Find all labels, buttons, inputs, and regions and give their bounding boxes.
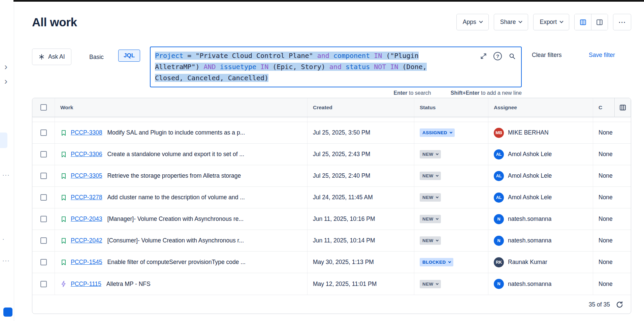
- status-badge[interactable]: NEW: [420, 280, 441, 288]
- created-date: May 12, 2025, 11:01 PM: [313, 281, 377, 288]
- column-header-assignee[interactable]: Assignee: [494, 105, 517, 111]
- status-badge[interactable]: NEW: [420, 215, 441, 223]
- status-badge[interactable]: NEW: [420, 236, 441, 245]
- status-badge[interactable]: NEW: [420, 172, 441, 180]
- assignee-name: natesh.somanna: [508, 281, 551, 288]
- issue-summary[interactable]: [Manager]- Volume Creation with Asynchro…: [107, 215, 244, 223]
- sparkle-icon: [38, 54, 45, 60]
- clear-filters-button[interactable]: Clear filters: [532, 52, 562, 59]
- status-label: NEW: [422, 173, 433, 178]
- chevron-down-icon: [436, 217, 438, 220]
- issue-key-link[interactable]: PCCP-2043: [71, 215, 102, 223]
- apps-button[interactable]: Apps: [456, 14, 489, 30]
- issue-key-link[interactable]: PCCP-1545: [71, 259, 102, 266]
- ask-ai-button[interactable]: Ask AI: [32, 49, 71, 65]
- expand-icon[interactable]: [480, 53, 487, 60]
- chevron-down-icon: [436, 174, 438, 177]
- refresh-icon[interactable]: [616, 301, 623, 309]
- chevron-down-icon: [436, 152, 438, 155]
- status-badge[interactable]: NEW: [420, 193, 441, 202]
- select-all-checkbox[interactable]: [40, 104, 47, 111]
- sidebar-bottom-button[interactable]: [3, 308, 12, 317]
- table-row[interactable]: PCCP-3306 Create a standalone volume and…: [32, 144, 631, 165]
- chevron-right-icon[interactable]: ›: [4, 62, 7, 71]
- shift-enter-hint: Shift+Enter to add a new line: [451, 90, 522, 96]
- table-row[interactable]: PCCP-2042 [Consumer]- Volume Creation wi…: [32, 230, 631, 252]
- issue-key-link[interactable]: PCCP-3305: [71, 172, 102, 179]
- toolbar-actions: Apps Share Export: [456, 14, 631, 30]
- help-icon[interactable]: ?: [493, 52, 502, 60]
- created-date: May 30, 2025, 1:13 PM: [313, 259, 374, 266]
- table-row[interactable]: PCCP-3305 Retrieve the storage propertie…: [32, 165, 631, 187]
- issue-summary[interactable]: Add cluster name to the description of v…: [107, 194, 245, 201]
- column-header-work[interactable]: Work: [60, 105, 73, 111]
- search-icon[interactable]: [508, 52, 516, 60]
- column-header-created[interactable]: Created: [313, 105, 332, 111]
- detail-view-button[interactable]: [591, 14, 608, 30]
- story-icon: [60, 216, 67, 223]
- issue-key-link[interactable]: PCCP-3306: [71, 151, 102, 158]
- comments-value: None: [599, 194, 613, 201]
- table-footer: 35 of 35: [32, 295, 631, 314]
- chevron-right-icon[interactable]: ›: [4, 77, 7, 86]
- story-icon: [60, 173, 67, 179]
- avatar: RK: [494, 257, 504, 267]
- assignee-name: Amol Ashok Lele: [508, 151, 552, 158]
- issue-summary[interactable]: Enable filter of computeServer provision…: [107, 259, 246, 266]
- issue-summary[interactable]: Create a standalone volume and export it…: [107, 151, 244, 158]
- status-label: NEW: [422, 282, 433, 287]
- table-row[interactable]: PCCP-2043 [Manager]- Volume Creation wit…: [32, 208, 631, 230]
- more-actions-button[interactable]: ⋯: [613, 14, 631, 30]
- row-checkbox[interactable]: [40, 281, 47, 287]
- basic-mode-button[interactable]: Basic: [85, 51, 108, 63]
- issue-summary[interactable]: Modify SAL and Plugin to include comment…: [107, 129, 245, 136]
- assignee-name: natesh.somanna: [508, 237, 551, 244]
- main-content: All work Apps Share Export: [32, 2, 631, 321]
- comments-value: None: [599, 215, 613, 223]
- row-checkbox[interactable]: [40, 194, 47, 201]
- issue-summary[interactable]: [Consumer]- Volume Creation with Asynchr…: [107, 237, 244, 244]
- row-checkbox[interactable]: [40, 129, 47, 136]
- chevron-down-icon: [479, 19, 483, 23]
- comments-value: None: [599, 259, 613, 266]
- table-row[interactable]: PCCP-1115 Alletra MP - NFS May 12, 2025,…: [32, 273, 631, 295]
- chevron-down-icon: [436, 282, 438, 285]
- jql-mode-button[interactable]: JQL: [118, 50, 140, 62]
- row-checkbox[interactable]: [40, 237, 47, 244]
- issue-key-link[interactable]: PCCP-3278: [71, 194, 102, 201]
- issue-summary[interactable]: Retrieve the storage properties from All…: [107, 172, 241, 179]
- status-badge[interactable]: BLOCKED: [420, 258, 453, 266]
- row-checkbox[interactable]: [40, 259, 47, 265]
- columns-config-button[interactable]: [614, 98, 631, 117]
- row-checkbox[interactable]: [40, 173, 47, 179]
- row-checkbox[interactable]: [40, 151, 47, 157]
- collapsed-sidebar: › › ... . ...: [0, 2, 14, 321]
- created-date: Jul 25, 2025, 2:43 PM: [313, 151, 370, 158]
- story-icon: [60, 151, 67, 158]
- table-view-icon: [579, 19, 587, 26]
- table-view-button[interactable]: [575, 14, 591, 30]
- issue-summary[interactable]: Alletra MP - NFS: [106, 281, 151, 288]
- chevron-down-icon: [449, 131, 452, 134]
- view-toggle-group: [574, 14, 608, 30]
- column-header-comments[interactable]: C: [599, 105, 602, 111]
- issue-key-link[interactable]: PCCP-1115: [71, 281, 101, 288]
- save-filter-button[interactable]: Save filter: [589, 52, 615, 59]
- status-badge[interactable]: ASSIGNED: [420, 128, 455, 137]
- export-button[interactable]: Export: [533, 14, 569, 30]
- table-row[interactable]: PCCP-1545 Enable filter of computeServer…: [32, 252, 631, 273]
- issue-key-link[interactable]: PCCP-3308: [71, 129, 102, 136]
- sidebar-active-item[interactable]: [0, 133, 7, 148]
- share-button-label: Share: [500, 19, 516, 26]
- status-badge[interactable]: NEW: [420, 150, 441, 158]
- table-row[interactable]: PCCP-3308 Modify SAL and Plugin to inclu…: [32, 122, 631, 144]
- search-hints: Enter to search Shift+Enter to add a new…: [150, 90, 522, 96]
- share-button[interactable]: Share: [494, 14, 528, 30]
- assignee-name: MIKE BERHAN: [508, 129, 549, 136]
- jql-editor[interactable]: Project = "Private Cloud Control Plane" …: [150, 47, 522, 87]
- column-header-status[interactable]: Status: [420, 105, 436, 111]
- table-row[interactable]: PCCP-3278 Add cluster name to the descri…: [32, 187, 631, 208]
- issue-key-link[interactable]: PCCP-2042: [71, 237, 102, 244]
- partially-scrolled-row: [32, 117, 631, 122]
- row-checkbox[interactable]: [40, 216, 47, 222]
